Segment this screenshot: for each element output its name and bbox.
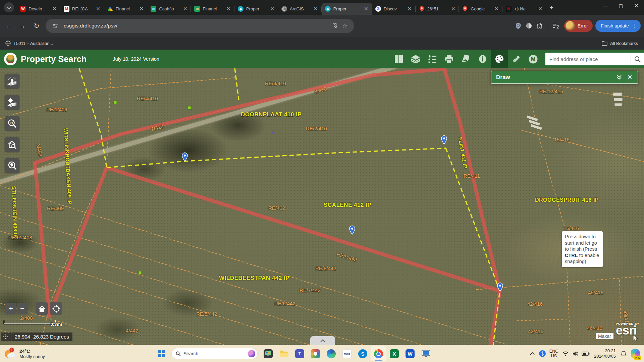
taskbar-app-excel[interactable]: X [386, 346, 402, 361]
tab-close-icon[interactable]: ✕ [494, 6, 500, 12]
side-tool-property-search[interactable] [5, 137, 19, 152]
browser-tab[interactable]: ⊞Cashflo✕ [147, 3, 191, 15]
side-tool-place-search[interactable] [5, 158, 19, 173]
header-tool-maxar[interactable]: M [525, 50, 541, 68]
bluetooth-icon[interactable] [537, 346, 547, 361]
tab-close-icon[interactable]: ✕ [139, 6, 145, 12]
bookmark-star-icon[interactable]: ☆ [340, 22, 350, 29]
tab-close-icon[interactable]: ✕ [537, 6, 543, 12]
collapse-double-chevron-icon[interactable] [616, 75, 622, 80]
attribution-expander[interactable] [310, 336, 335, 345]
header-tool-draw[interactable] [491, 50, 508, 68]
taskbar-search[interactable]: Search [171, 348, 258, 359]
zoom-out-button[interactable]: − [17, 303, 28, 314]
finish-update-button[interactable]: Finish update ⋮ [595, 20, 641, 32]
browser-tab[interactable]: 26°51'✕ [416, 3, 459, 15]
parcel-label: DOORNPLAAT 410 IP [241, 111, 302, 118]
bookmark-item[interactable]: T5011 – Australian... [5, 41, 53, 46]
taskbar-app-file-explorer[interactable] [276, 346, 292, 361]
header-tool-measure[interactable] [508, 50, 525, 68]
close-button[interactable]: ✕ [629, 0, 644, 11]
tab-close-icon[interactable]: ✕ [450, 6, 457, 12]
extension-circle-icon[interactable] [524, 20, 534, 31]
browser-tab[interactable]: WDevelo✕ [17, 3, 60, 15]
browser-tab[interactable]: MRE: [CA✕ [60, 3, 104, 15]
wifi-icon[interactable] [560, 346, 571, 361]
new-tab-button[interactable]: + [549, 4, 553, 12]
browser-tab[interactable]: ⊞Financi✕ [191, 3, 234, 15]
address-search-box[interactable] [545, 53, 644, 65]
forward-button[interactable]: → [17, 20, 28, 32]
header-tool-info[interactable] [474, 50, 491, 68]
home-button[interactable] [36, 302, 48, 315]
tab-close-icon[interactable]: ✕ [313, 6, 319, 12]
browser-tab[interactable]: ◈Proper✕ [322, 3, 372, 15]
browser-tab[interactable]: N◁)Ne✕ [502, 3, 546, 15]
tab-close-icon[interactable]: ✕ [269, 6, 275, 12]
browser-tab[interactable]: GDiscov✕ [372, 3, 416, 15]
side-panel-icon[interactable] [551, 20, 561, 31]
browser-tab[interactable]: ArcGIS✕ [278, 3, 322, 15]
header-tool-legend[interactable] [424, 50, 441, 68]
taskbar-app-photos[interactable] [308, 346, 323, 361]
taskbar-app-word[interactable]: W [402, 346, 418, 361]
search-highlight-icon[interactable] [248, 350, 255, 357]
reload-button[interactable]: ↻ [31, 20, 42, 32]
browser-tab[interactable]: Google✕ [459, 3, 502, 15]
search-icon[interactable] [631, 53, 644, 65]
weather-widget[interactable]: 1 24°C Mostly sunny [5, 349, 72, 359]
side-tool-farm-query[interactable] [5, 95, 19, 110]
parcel-label: RE/5/442 [196, 311, 217, 317]
minimize-button[interactable]: — [598, 0, 613, 11]
crosshair-icon[interactable] [1, 333, 11, 341]
taskbar-app-edge[interactable] [323, 346, 339, 361]
clock[interactable]: 20:21 2024/08/05 [594, 348, 616, 359]
tab-close-icon[interactable]: ✕ [225, 6, 232, 12]
tab-audio-icon[interactable]: ◁) [514, 6, 519, 11]
extensions-puzzle-icon[interactable] [534, 20, 545, 31]
header-tool-bookmarks[interactable] [458, 50, 474, 68]
taskbar-app-mvhp[interactable]: mvhp [339, 346, 355, 361]
language-indicator[interactable]: ENGUS [549, 349, 558, 358]
notifications-bell-icon[interactable] [619, 346, 629, 361]
header-tool-print[interactable] [441, 50, 458, 68]
maximize-button[interactable]: ▢ [613, 0, 629, 11]
browser-menu-icon[interactable]: ⋮ [632, 23, 637, 29]
all-bookmarks-button[interactable]: All Bookmarks [602, 41, 638, 46]
site-settings-icon[interactable] [50, 23, 60, 29]
close-panel-icon[interactable]: ✕ [628, 74, 632, 81]
back-button[interactable]: ← [3, 20, 14, 32]
header-tool-basemap-gallery[interactable] [390, 50, 407, 68]
browser-tab[interactable]: ◈Proper✕ [234, 3, 278, 15]
start-button[interactable] [154, 346, 169, 361]
side-tool-search-21[interactable]: 21 [5, 116, 19, 131]
tab-close-icon[interactable]: ✕ [51, 6, 58, 12]
tab-close-icon[interactable]: ✕ [407, 6, 413, 12]
locate-button[interactable] [50, 302, 62, 315]
address-bar[interactable]: csggis.drdlr.gov.za/psv/ ☆ [46, 19, 354, 33]
copilot-icon[interactable]: PRE [629, 346, 642, 361]
location-blocked-icon[interactable] [331, 23, 340, 29]
speaker-icon[interactable] [571, 346, 581, 361]
header-tool-layers[interactable] [407, 50, 424, 68]
tab-close-icon[interactable]: ✕ [363, 6, 369, 12]
zoom-in-button[interactable]: + [5, 303, 16, 314]
tab-search-button[interactable] [4, 2, 14, 12]
tray-overflow-chevron-icon[interactable] [527, 346, 537, 361]
parcel-label: RE/1/409 [46, 107, 67, 112]
taskbar-app-display-dark[interactable] [260, 346, 276, 361]
taskbar-app-teams[interactable]: T [292, 346, 308, 361]
taskbar-app-skype[interactable]: S [355, 346, 371, 361]
tab-close-icon[interactable]: ✕ [182, 6, 189, 12]
browser-tab[interactable]: Financi✕ [104, 3, 148, 15]
battery-icon[interactable] [581, 346, 591, 361]
taskbar-app-remote-desktop[interactable] [418, 346, 434, 361]
taskbar-app-chrome[interactable] [371, 346, 386, 361]
address-search-input[interactable] [545, 56, 631, 62]
map-viewport[interactable]: RE/1/409RE/4/410RE/3/4108/4107/410RE/2/4… [0, 68, 644, 345]
shield-extension-icon[interactable] [513, 20, 524, 31]
side-tool-farm-portal[interactable] [5, 74, 19, 88]
profile-error-button[interactable]: Error [564, 20, 593, 32]
tab-close-icon[interactable]: ✕ [95, 6, 101, 12]
browser-toolbar: ← → ↻ csggis.drdlr.gov.za/psv/ ☆ Error F… [0, 15, 644, 37]
